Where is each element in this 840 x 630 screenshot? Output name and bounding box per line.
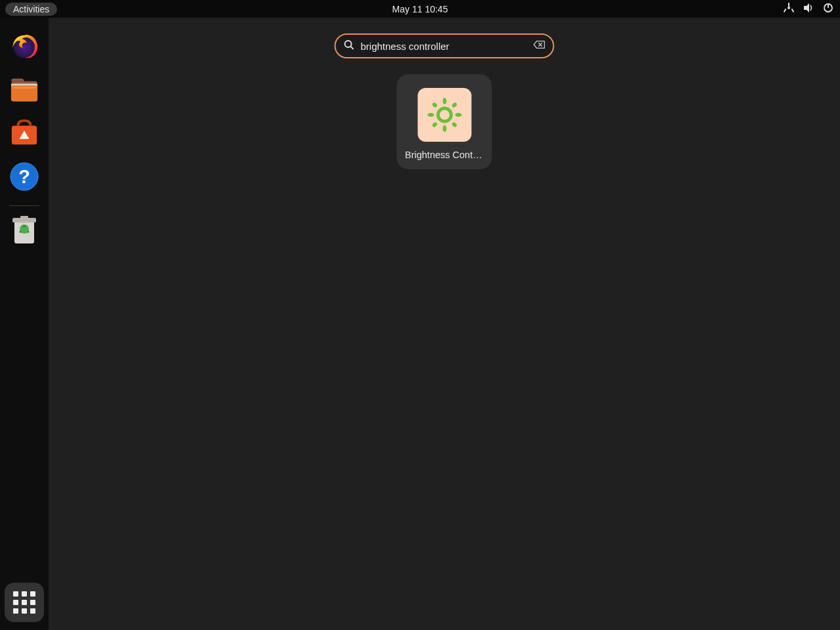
svg-point-35 (431, 121, 438, 128)
svg-point-36 (451, 121, 457, 128)
svg-point-28 (438, 108, 451, 121)
svg-rect-19 (12, 218, 36, 222)
dock-help[interactable]: ? (9, 161, 40, 192)
dock-files[interactable] (9, 74, 40, 106)
volume-icon[interactable] (803, 3, 814, 15)
firefox-icon (9, 32, 39, 62)
activities-button[interactable]: Activities (5, 3, 57, 16)
svg-point-29 (442, 98, 446, 104)
search-icon (344, 39, 354, 52)
dock-software[interactable] (9, 117, 40, 149)
clock[interactable]: May 11 10:45 (392, 4, 448, 14)
trash-icon (11, 216, 37, 246)
svg-point-3 (788, 7, 790, 9)
help-icon: ? (9, 161, 39, 192)
svg-point-24 (345, 41, 352, 47)
clear-search-icon[interactable] (534, 40, 545, 52)
system-tray[interactable] (784, 3, 833, 15)
dock-trash[interactable] (9, 215, 40, 247)
svg-point-33 (431, 102, 438, 108)
brightness-controller-icon (417, 88, 471, 142)
svg-text:?: ? (18, 166, 30, 187)
search-result-app[interactable]: Brightness Controller (397, 74, 492, 169)
svg-rect-2 (791, 9, 794, 12)
software-icon (9, 118, 39, 148)
svg-rect-1 (784, 9, 786, 12)
svg-point-32 (455, 113, 461, 117)
svg-rect-0 (788, 3, 789, 7)
overview-area: Brightness Controller (49, 18, 840, 630)
apps-grid-icon (13, 591, 35, 614)
svg-rect-14 (20, 137, 28, 139)
search-result-label: Brightness Controller (405, 150, 484, 160)
top-bar: Activities May 11 10:45 (0, 0, 840, 18)
search-field[interactable] (335, 33, 555, 58)
svg-point-31 (427, 113, 434, 117)
files-icon (9, 76, 39, 104)
svg-marker-4 (804, 3, 809, 12)
svg-line-25 (351, 47, 354, 49)
power-icon[interactable] (823, 3, 833, 15)
svg-rect-6 (828, 3, 829, 8)
dock-separator (9, 205, 39, 206)
svg-point-34 (451, 102, 457, 108)
network-icon[interactable] (784, 3, 794, 15)
svg-rect-11 (12, 87, 36, 89)
search-input[interactable] (361, 41, 527, 52)
dock-firefox[interactable] (9, 31, 40, 62)
svg-point-30 (442, 125, 446, 132)
show-applications-button[interactable] (5, 583, 44, 622)
svg-rect-20 (20, 216, 28, 219)
dock: ? (0, 18, 49, 630)
